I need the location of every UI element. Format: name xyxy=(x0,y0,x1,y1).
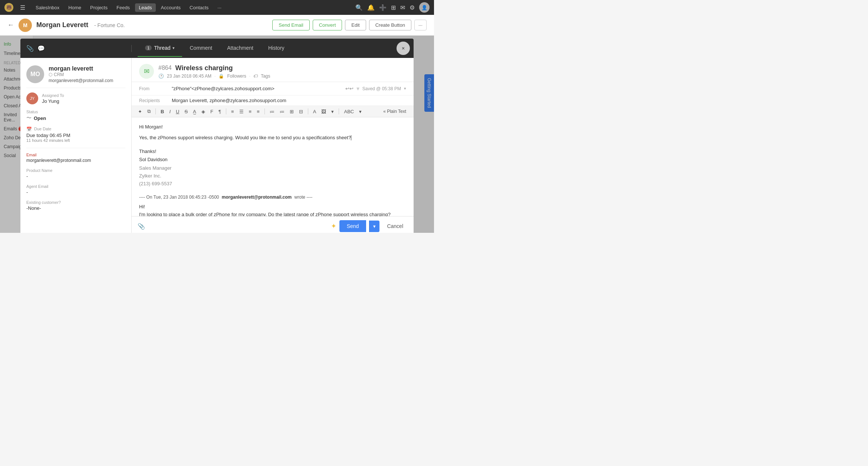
toolbar-bold[interactable]: B xyxy=(159,108,166,115)
tab-history[interactable]: History xyxy=(261,40,292,57)
toolbar-format[interactable]: ¶ xyxy=(217,108,223,115)
nav-home[interactable]: Home xyxy=(65,3,85,12)
contact-info: morgan leverett ⬡ CRM morganleverett@pro… xyxy=(49,65,113,83)
toolbar-align-left[interactable]: ≡ xyxy=(229,108,236,115)
edit-button[interactable]: Edit xyxy=(345,20,366,30)
notifications-icon[interactable]: 🔔 xyxy=(367,4,375,11)
mail-icon[interactable]: ✉ xyxy=(400,4,405,11)
email-quoted-section: ---- On Tue, 23 Jan 2018 06:45:23 -0500 … xyxy=(139,194,406,216)
email-ticket: #864 xyxy=(158,65,172,71)
send-button[interactable]: Send xyxy=(339,220,366,232)
email-body[interactable]: Hi Morgan! Yes, the zPhones support wire… xyxy=(132,117,414,216)
reply-icon[interactable]: ↩↩ xyxy=(345,86,354,91)
tag-icon: 🏷 xyxy=(253,74,258,79)
email-toolbar: ✦ ⧉ B I U S A̲ ◈ F ¶ ≡ ☰ ≡ xyxy=(132,106,414,117)
followers-label: Followers xyxy=(227,74,246,79)
modal-tabs: 1 Thread ▾ Comment Attachment History xyxy=(132,40,397,57)
reply-dropdown[interactable]: ▾ xyxy=(356,85,359,92)
contact-email-display: morganleverett@protonmail.com xyxy=(49,78,113,83)
modal-close-button[interactable]: × xyxy=(397,42,410,55)
user-avatar[interactable]: 👤 xyxy=(419,2,430,13)
toolbar-align-justify[interactable]: ≡ xyxy=(255,108,262,115)
toolbar-indent[interactable]: ⊞ xyxy=(288,108,296,115)
create-button[interactable]: Create Button xyxy=(369,20,411,30)
modal-overlay: 📎 💬 1 Thread ▾ Comment Attachment xyxy=(0,36,434,233)
toolbar-font[interactable]: F xyxy=(208,108,215,115)
tab-history-label: History xyxy=(268,45,285,51)
attach-icon[interactable]: 📎 xyxy=(138,223,145,230)
toolbar-highlight[interactable]: A̲ xyxy=(191,108,198,115)
attachment-icon[interactable]: 📎 xyxy=(26,45,34,52)
modal-body: MO morgan leverett ⬡ CRM morganleverett@… xyxy=(20,58,414,233)
toolbar-sep2 xyxy=(226,108,226,114)
status-label: Status xyxy=(26,110,125,114)
contact-full-name: morgan leverett xyxy=(49,65,113,72)
existing-customer-row: Existing customer? -None- xyxy=(26,200,125,211)
add-icon[interactable]: ➕ xyxy=(379,4,387,11)
convert-button[interactable]: Convert xyxy=(313,20,342,30)
status-icon: 〜 xyxy=(26,115,32,121)
logo-icon: 🐻 xyxy=(4,3,13,12)
calendar-icon: 📅 xyxy=(26,127,32,132)
ai-assistant-icon[interactable]: ✦ xyxy=(331,222,336,230)
header-actions: Send Email Convert Edit Create Button ··… xyxy=(272,20,427,30)
toolbar-color[interactable]: ◈ xyxy=(200,108,207,115)
message-icon[interactable]: 💬 xyxy=(37,45,45,52)
toolbar-strikethrough[interactable]: S xyxy=(183,108,190,115)
recipients-value: Morgan Leverett, zphone@zylcares.zohosup… xyxy=(172,98,406,103)
toolbar-outdent[interactable]: ⊟ xyxy=(297,108,305,115)
assignee-avatar: JY xyxy=(26,92,38,104)
nav-right: 🔍 🔔 ➕ ⊞ ✉ ⚙ 👤 xyxy=(355,2,430,13)
toolbar-abc[interactable]: ABC xyxy=(342,108,356,115)
tab-attachment[interactable]: Attachment xyxy=(220,40,261,57)
toolbar-magic[interactable]: ✦ xyxy=(136,108,144,115)
nav-salesinbox[interactable]: SalesInbox xyxy=(32,3,63,12)
toolbar-text-color[interactable]: A xyxy=(311,108,318,115)
from-value: "zPhone"<zPhone@zylcares.zohosupport.com… xyxy=(172,86,342,91)
tab-comment[interactable]: Comment xyxy=(182,40,220,57)
hamburger-menu[interactable]: ☰ xyxy=(20,4,25,11)
nav-more[interactable]: ··· xyxy=(214,3,225,12)
tab-thread[interactable]: 1 Thread ▾ xyxy=(138,40,182,57)
thread-dropdown-icon[interactable]: ▾ xyxy=(172,46,175,50)
toolbar-align-center[interactable]: ☰ xyxy=(237,108,246,115)
meta-dot2: · xyxy=(249,74,250,79)
send-dropdown-button[interactable]: ▾ xyxy=(369,221,379,232)
toolbar-bullet-list[interactable]: ≔ xyxy=(268,108,276,115)
modal-header: 📎 💬 1 Thread ▾ Comment Attachment xyxy=(20,39,414,58)
toolbar-sep4 xyxy=(308,108,308,114)
toolbar-italic[interactable]: I xyxy=(167,108,172,115)
search-icon[interactable]: 🔍 xyxy=(355,4,363,11)
more-button[interactable]: ··· xyxy=(414,20,427,30)
toolbar-copy[interactable]: ⧉ xyxy=(145,107,152,115)
meta-dot1: · xyxy=(214,74,216,79)
nav-leads[interactable]: Leads xyxy=(135,3,155,12)
agent-email-label: Agent Email xyxy=(26,184,125,189)
contact-crm: ⬡ CRM xyxy=(49,72,113,77)
email-from-actions: ↩↩ ▾ Saved @ 05:38 PM ▾ xyxy=(345,85,406,92)
email-subject-bar: ✉ #864 Wireless charging 🕐 23 Jan 2018 0… xyxy=(132,58,414,82)
quoted-email: morganleverett@protonmail.com xyxy=(222,195,292,200)
settings-icon[interactable]: ⚙ xyxy=(410,4,415,11)
toolbar-align-right[interactable]: ≡ xyxy=(247,108,254,115)
plain-text-button[interactable]: « Plain Text xyxy=(380,108,409,115)
saved-dropdown[interactable]: ▾ xyxy=(404,86,406,91)
back-button[interactable]: ← xyxy=(7,21,14,29)
product-name-label: Product Name xyxy=(26,168,125,173)
toolbar-numbered-list[interactable]: ≔ xyxy=(278,108,286,115)
nav-projects[interactable]: Projects xyxy=(86,3,111,12)
tab-thread-label: Thread xyxy=(154,45,170,51)
nav-contacts[interactable]: Contacts xyxy=(186,3,212,12)
nav-accounts[interactable]: Accounts xyxy=(157,3,184,12)
toolbar-underline[interactable]: U xyxy=(174,108,181,115)
toolbar-abc-dropdown[interactable]: ▾ xyxy=(357,108,364,115)
toolbar-image[interactable]: 🖼 xyxy=(319,108,328,115)
status-value: Open xyxy=(34,115,46,121)
send-email-button[interactable]: Send Email xyxy=(272,20,309,30)
cancel-button[interactable]: Cancel xyxy=(382,220,408,232)
toolbar-more-dropdown[interactable]: ▾ xyxy=(329,108,336,115)
email-meta: 🕐 23 Jan 2018 06:45 AM · 🔒 Followers · 🏷… xyxy=(158,74,270,79)
quoted-body: I'm looking to place a bulk order of zPh… xyxy=(139,211,406,216)
nav-feeds[interactable]: Feeds xyxy=(113,3,134,12)
layout-icon[interactable]: ⊞ xyxy=(391,4,396,11)
